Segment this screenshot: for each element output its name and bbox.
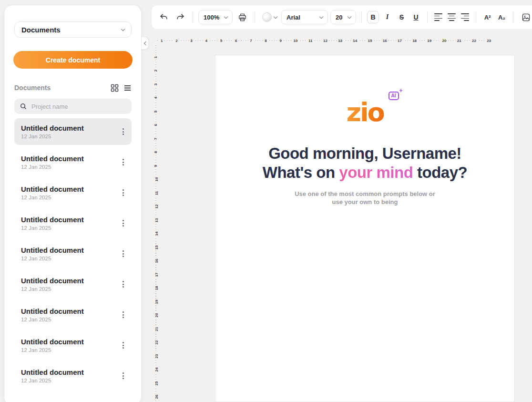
print-button[interactable] [235,10,249,24]
ruler-number: 9 [278,38,283,43]
font-family-select[interactable]: Arial [281,10,328,24]
kebab-menu-icon[interactable] [120,125,127,138]
list-item[interactable]: Untitled document 12 Jan 2025 [14,118,132,145]
greeting-line2: What's on your mind today? [215,163,514,182]
ruler-number: 4 [204,38,209,43]
list-item[interactable]: Untitled document 12 Jan 2025 [14,210,132,237]
ruler-number: 12 [322,38,329,43]
document-date: 12 Jan 2025 [21,225,84,231]
toolbar-divider [255,11,255,23]
grid-view-icon[interactable] [111,84,119,92]
ruler-number: 20 [154,312,159,319]
zio-logo-text: zio [346,97,383,127]
underline-button[interactable]: U [410,11,422,23]
document-date: 12 Jan 2025 [21,164,84,170]
list-item[interactable]: Untitled document 12 Jan 2025 [14,179,132,206]
italic-button[interactable]: I [381,11,393,23]
list-item[interactable]: Untitled document 12 Jan 2025 [14,362,132,389]
ruler-number: 11 [307,38,314,43]
chevron-down-icon [348,14,351,18]
ruler-number: 2 [174,38,179,43]
superscript-button[interactable]: A² [481,11,493,23]
strikethrough-button[interactable]: S [396,11,408,23]
ruler-number: 21 [154,326,159,332]
subscript-button[interactable]: A₂ [496,11,508,23]
toolbar-divider [427,11,428,23]
document-item-text: Untitled document 12 Jan 2025 [21,124,84,139]
ruler-number: 8 [263,38,268,43]
ruler-number: 14 [351,38,358,43]
list-item[interactable]: Untitled document 12 Jan 2025 [14,332,132,359]
align-left-button[interactable] [434,13,442,21]
kebab-menu-icon[interactable] [120,370,127,382]
list-item[interactable]: Untitled document 12 Jan 2025 [14,240,132,267]
text-color-select[interactable] [260,12,279,22]
ruler-number: 22 [471,38,478,43]
document-title: Untitled document [21,307,84,315]
toolbar-divider [476,11,476,23]
document-date: 12 Jan 2025 [21,378,84,383]
search-input[interactable] [31,103,126,111]
document-date: 12 Jan 2025 [21,286,84,292]
sidebar-collapse-button[interactable] [142,37,149,50]
view-toggles [111,84,132,92]
workspace-selector[interactable]: Documents [14,21,132,38]
kebab-menu-icon[interactable] [120,156,127,168]
list-view-icon[interactable] [123,84,132,92]
search-box[interactable] [14,99,132,114]
print-icon [238,13,247,22]
insert-image-button[interactable] [519,10,532,24]
document-item-text: Untitled document 12 Jan 2025 [21,185,84,200]
documents-list-header: Documents [14,83,132,93]
list-item[interactable]: Untitled document 12 Jan 2025 [14,271,132,298]
zoom-select[interactable]: 100% [198,10,233,24]
toolbar-divider [193,11,193,23]
ruler-number: 26 [154,394,159,400]
document-item-text: Untitled document 12 Jan 2025 [21,246,84,261]
font-size-select[interactable]: 20 [330,10,356,24]
document-item-text: Untitled document 12 Jan 2025 [21,307,84,322]
list-item[interactable]: Untitled document 12 Jan 2025 [14,301,132,328]
ruler-number: 7 [248,38,253,43]
chevron-down-icon [224,14,228,18]
search-icon [20,103,27,110]
list-item[interactable]: Untitled document 12 Jan 2025 [14,149,132,175]
document-canvas[interactable]: zio AI + Good morning, Username! What's … [215,55,515,402]
ai-badge: AI [389,92,399,100]
align-right-button[interactable] [461,13,469,21]
ruler-number: 6 [234,38,238,43]
ruler-number: 2 [153,69,158,72]
ruler-number: 13 [337,38,344,43]
undo-icon [159,13,168,22]
kebab-menu-icon[interactable] [120,247,127,260]
document-date: 12 Jan 2025 [21,256,84,261]
kebab-menu-icon[interactable] [120,186,127,199]
greeting-line2-suffix: today? [413,164,467,181]
toolbar-divider [361,11,362,23]
ruler-number: 5 [219,38,224,43]
kebab-menu-icon[interactable] [120,339,127,351]
ruler-number: 12 [154,204,159,210]
kebab-menu-icon[interactable] [120,309,127,321]
redo-icon [176,13,185,22]
documents-list-header-label: Documents [14,84,51,92]
document-date: 12 Jan 2025 [21,134,84,139]
redo-button[interactable] [173,10,187,24]
greeting-line2-prefix: What's on [263,164,339,181]
ruler-number: 1 [153,55,158,59]
document-date: 12 Jan 2025 [21,347,84,353]
greeting-heading: Good morning, Username! What's on your m… [215,144,514,182]
align-center-button[interactable] [448,13,456,21]
chevron-down-icon [121,27,125,31]
font-family-value: Arial [286,14,300,21]
undo-button[interactable] [156,10,171,24]
create-document-button[interactable]: Create document [13,51,133,69]
kebab-menu-icon[interactable] [120,217,127,229]
bold-button[interactable]: B [367,11,379,23]
ruler-number: 10 [154,176,159,183]
kebab-menu-icon[interactable] [120,278,127,290]
ruler-number: 18 [154,285,159,291]
document-item-text: Untitled document 12 Jan 2025 [21,216,84,231]
ruler-number: 1 [159,38,164,43]
app-logo: zio AI + [346,98,383,127]
